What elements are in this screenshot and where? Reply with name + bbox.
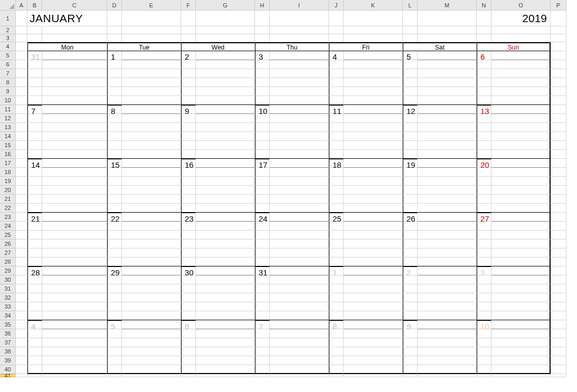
day-body[interactable] bbox=[403, 177, 418, 186]
day-body[interactable] bbox=[255, 365, 270, 374]
day-body[interactable] bbox=[344, 69, 403, 78]
day-number[interactable]: 3 bbox=[477, 266, 491, 275]
day-body[interactable] bbox=[491, 275, 551, 284]
day-event-slot[interactable] bbox=[270, 213, 329, 222]
row-header-17[interactable]: 17 bbox=[0, 159, 16, 168]
day-body[interactable] bbox=[107, 248, 122, 257]
day-body[interactable] bbox=[107, 60, 122, 69]
col-header-G[interactable]: G bbox=[196, 0, 255, 11]
day-body[interactable] bbox=[403, 132, 418, 141]
day-body[interactable] bbox=[107, 329, 122, 338]
day-number[interactable]: 4 bbox=[27, 320, 42, 329]
day-event-slot[interactable] bbox=[42, 105, 107, 114]
day-event-slot[interactable] bbox=[270, 51, 329, 60]
day-body[interactable] bbox=[181, 123, 196, 132]
cell[interactable] bbox=[477, 26, 491, 34]
day-body[interactable] bbox=[477, 293, 491, 302]
day-body[interactable] bbox=[403, 347, 418, 356]
row-header-22[interactable]: 22 bbox=[0, 204, 16, 213]
day-body[interactable] bbox=[42, 186, 107, 195]
day-number[interactable]: 19 bbox=[403, 159, 418, 168]
day-body[interactable] bbox=[403, 257, 418, 266]
day-event-slot[interactable] bbox=[344, 51, 403, 60]
row-header-8[interactable]: 8 bbox=[0, 78, 16, 87]
day-body[interactable] bbox=[329, 329, 344, 338]
day-body[interactable] bbox=[270, 177, 329, 186]
day-number[interactable]: 5 bbox=[107, 320, 122, 329]
cell[interactable] bbox=[551, 69, 566, 78]
day-body[interactable] bbox=[491, 114, 551, 123]
row-header-3[interactable]: 3 bbox=[0, 34, 16, 42]
row-header-11[interactable]: 11 bbox=[0, 105, 16, 114]
year-value[interactable]: 2019 bbox=[491, 11, 551, 26]
day-body[interactable] bbox=[107, 87, 122, 96]
day-body[interactable] bbox=[418, 60, 477, 69]
day-body[interactable] bbox=[403, 60, 418, 69]
day-body[interactable] bbox=[403, 365, 418, 374]
day-body[interactable] bbox=[122, 240, 181, 248]
day-body[interactable] bbox=[344, 302, 403, 311]
day-number[interactable]: 23 bbox=[181, 213, 196, 222]
day-body[interactable] bbox=[270, 275, 329, 284]
day-body[interactable] bbox=[418, 284, 477, 293]
day-body[interactable] bbox=[107, 275, 122, 284]
day-body[interactable] bbox=[491, 222, 551, 231]
day-body[interactable] bbox=[344, 204, 403, 213]
day-body[interactable] bbox=[329, 168, 344, 177]
row-header-37[interactable]: 37 bbox=[0, 338, 16, 347]
day-body[interactable] bbox=[329, 222, 344, 231]
row-header-23[interactable]: 23 bbox=[0, 213, 16, 222]
cell[interactable] bbox=[551, 186, 566, 195]
day-number[interactable]: 6 bbox=[181, 320, 196, 329]
day-body[interactable] bbox=[255, 150, 270, 159]
day-body[interactable] bbox=[196, 231, 255, 240]
day-body[interactable] bbox=[255, 293, 270, 302]
cell[interactable] bbox=[16, 365, 27, 374]
cell[interactable] bbox=[181, 26, 196, 34]
day-body[interactable] bbox=[418, 347, 477, 356]
day-body[interactable] bbox=[418, 195, 477, 204]
cell[interactable] bbox=[16, 248, 27, 257]
day-body[interactable] bbox=[196, 150, 255, 159]
day-body[interactable] bbox=[270, 311, 329, 320]
day-body[interactable] bbox=[181, 329, 196, 338]
day-body[interactable] bbox=[477, 248, 491, 257]
day-body[interactable] bbox=[181, 248, 196, 257]
cell[interactable] bbox=[403, 11, 418, 26]
day-body[interactable] bbox=[403, 114, 418, 123]
day-number[interactable]: 20 bbox=[477, 159, 491, 168]
day-body[interactable] bbox=[270, 257, 329, 266]
day-body[interactable] bbox=[418, 69, 477, 78]
row-header-36[interactable]: 36 bbox=[0, 329, 16, 338]
day-body[interactable] bbox=[344, 177, 403, 186]
day-body[interactable] bbox=[42, 248, 107, 257]
cell[interactable] bbox=[551, 150, 566, 159]
cell[interactable] bbox=[27, 26, 42, 34]
day-event-slot[interactable] bbox=[491, 159, 551, 168]
day-body[interactable] bbox=[27, 248, 42, 257]
day-body[interactable] bbox=[270, 356, 329, 365]
cell[interactable] bbox=[16, 302, 27, 311]
cell[interactable] bbox=[329, 11, 344, 26]
row-header-7[interactable]: 7 bbox=[0, 69, 16, 78]
day-body[interactable] bbox=[403, 240, 418, 248]
day-event-slot[interactable] bbox=[418, 51, 477, 60]
day-body[interactable] bbox=[196, 195, 255, 204]
cell[interactable] bbox=[16, 320, 27, 329]
day-body[interactable] bbox=[181, 231, 196, 240]
col-header-A[interactable]: A bbox=[16, 0, 27, 11]
cell[interactable] bbox=[491, 34, 551, 42]
day-event-slot[interactable] bbox=[418, 159, 477, 168]
day-body[interactable] bbox=[196, 204, 255, 213]
day-body[interactable] bbox=[255, 69, 270, 78]
day-body[interactable] bbox=[491, 60, 551, 69]
day-body[interactable] bbox=[255, 132, 270, 141]
day-body[interactable] bbox=[107, 150, 122, 159]
row-header-2[interactable]: 2 bbox=[0, 26, 16, 34]
cell[interactable] bbox=[16, 168, 27, 177]
day-body[interactable] bbox=[491, 240, 551, 248]
cell[interactable] bbox=[551, 365, 566, 374]
day-body[interactable] bbox=[270, 114, 329, 123]
day-number[interactable]: 13 bbox=[477, 105, 491, 114]
day-body[interactable] bbox=[181, 311, 196, 320]
